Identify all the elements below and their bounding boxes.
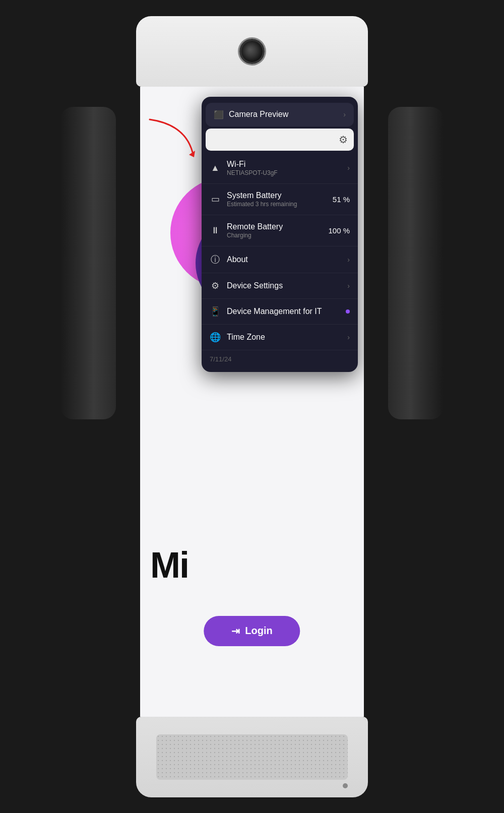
camera-preview-chevron: › (343, 110, 346, 118)
about-title: About (227, 255, 248, 264)
device-settings-text: Device Settings (227, 281, 283, 290)
time-zone-left: 🌐 Time Zone (210, 332, 265, 343)
time-zone-title: Time Zone (227, 333, 265, 342)
remote-battery-value: 100 % (328, 226, 350, 235)
device-body: Mi ⇥ Login ⬛ (126, 16, 378, 797)
settings-gear-icon[interactable]: ⚙ (339, 134, 348, 146)
remote-battery-right: 100 % (328, 226, 350, 235)
time-zone-icon: 🌐 (210, 332, 221, 343)
time-zone-text: Time Zone (227, 333, 265, 342)
date-footer: 7/11/24 (202, 350, 358, 369)
wifi-chevron: › (347, 164, 350, 172)
remote-battery-text: Remote Battery Charging (227, 222, 283, 239)
about-menu-item[interactable]: ⓘ About › (202, 246, 358, 273)
device-settings-menu-item[interactable]: ⚙ Device Settings › (202, 273, 358, 299)
system-battery-icon: ▭ (210, 194, 221, 205)
wifi-menu-item[interactable]: ▲ Wi-Fi NETIASPOT-U3gF › (202, 153, 358, 184)
device-management-right (346, 309, 350, 314)
wifi-right: › (347, 164, 350, 172)
device-settings-title: Device Settings (227, 281, 283, 290)
remote-battery-menu-item[interactable]: ⏸ Remote Battery Charging 100 % (202, 215, 358, 246)
device-management-icon: 📱 (210, 306, 221, 317)
system-battery-menu-item[interactable]: ▭ System Battery Estimated 3 hrs remaini… (202, 184, 358, 215)
screen-content: Mi ⇥ Login ⬛ (140, 87, 364, 717)
camera-preview-left: ⬛ Camera Preview (214, 110, 288, 119)
right-arm (388, 107, 444, 419)
camera-preview-item[interactable]: ⬛ Camera Preview › (206, 103, 354, 127)
time-zone-chevron: › (347, 333, 350, 341)
device-management-left: 📱 Device Management for IT (210, 306, 322, 317)
device-settings-left: ⚙ Device Settings (210, 280, 283, 291)
time-zone-menu-item[interactable]: 🌐 Time Zone › (202, 325, 358, 350)
camera-icon: ⬛ (214, 110, 224, 119)
system-battery-left: ▭ System Battery Estimated 3 hrs remaini… (210, 191, 297, 208)
about-chevron: › (347, 256, 350, 264)
speaker-led (343, 783, 348, 788)
device-settings-icon: ⚙ (210, 280, 221, 291)
date-text: 7/11/24 (210, 355, 231, 363)
device-management-title: Device Management for IT (227, 307, 322, 316)
wifi-title: Wi-Fi (227, 160, 278, 169)
remote-battery-left: ⏸ Remote Battery Charging (210, 222, 283, 239)
system-battery-title: System Battery (227, 191, 297, 200)
remote-battery-subtitle: Charging (227, 232, 283, 239)
about-text: About (227, 255, 248, 264)
camera-lens (239, 39, 265, 64)
wifi-subtitle: NETIASPOT-U3gF (227, 169, 278, 176)
time-zone-right: › (347, 333, 350, 341)
about-icon: ⓘ (210, 254, 221, 266)
wifi-icon: ▲ (210, 163, 221, 173)
wifi-left: ▲ Wi-Fi NETIASPOT-U3gF (210, 160, 278, 176)
system-battery-text: System Battery Estimated 3 hrs remaining (227, 191, 297, 208)
device-settings-right: › (347, 282, 350, 290)
login-label: Login (245, 625, 272, 637)
system-battery-right: 51 % (333, 195, 350, 204)
about-left: ⓘ About (210, 254, 248, 266)
search-settings-bar[interactable]: ⚙ (206, 129, 354, 151)
bottom-speaker-section (136, 717, 368, 797)
app-title: Mi (150, 544, 188, 586)
device-settings-chevron: › (347, 282, 350, 290)
device-management-menu-item[interactable]: 📱 Device Management for IT (202, 299, 358, 325)
notification-dot (346, 309, 350, 314)
top-camera-section (136, 16, 368, 87)
camera-preview-label: Camera Preview (229, 110, 288, 119)
wifi-text: Wi-Fi NETIASPOT-U3gF (227, 160, 278, 176)
dropdown-menu: ⬛ Camera Preview › ⚙ ▲ (202, 97, 358, 372)
robot-frame: Mi ⇥ Login ⬛ (76, 16, 428, 797)
login-button[interactable]: ⇥ Login (204, 616, 300, 646)
system-battery-value: 51 % (333, 195, 350, 204)
about-right: › (347, 256, 350, 264)
screen-area: Mi ⇥ Login ⬛ (136, 87, 368, 717)
device-management-text: Device Management for IT (227, 307, 322, 316)
left-arm (60, 107, 116, 419)
remote-battery-title: Remote Battery (227, 222, 283, 231)
speaker-grille (156, 734, 348, 780)
system-battery-subtitle: Estimated 3 hrs remaining (227, 201, 297, 208)
login-icon: ⇥ (231, 625, 240, 637)
remote-battery-icon: ⏸ (210, 225, 221, 236)
